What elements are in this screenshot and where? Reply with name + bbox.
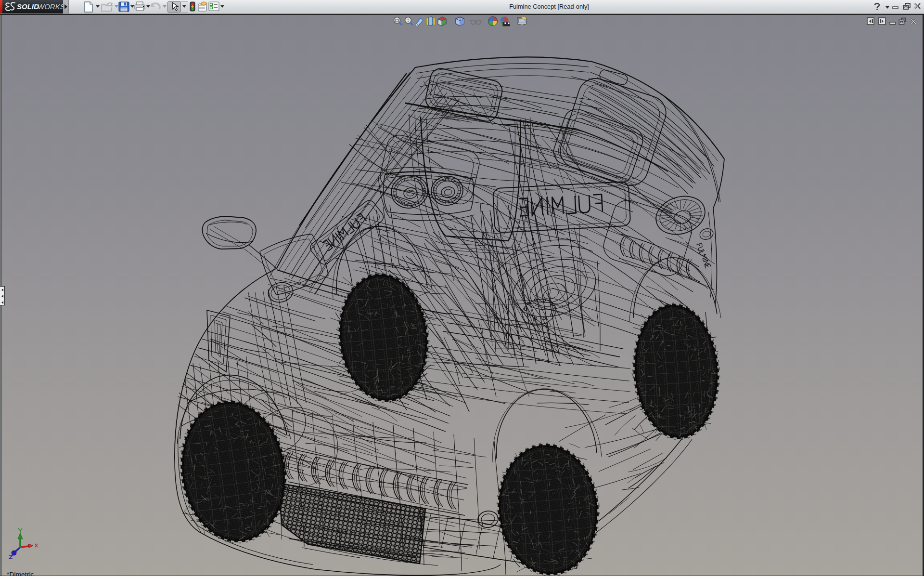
svg-text:SOLID: SOLID [17,2,39,11]
svg-text:WORKS: WORKS [38,2,63,11]
